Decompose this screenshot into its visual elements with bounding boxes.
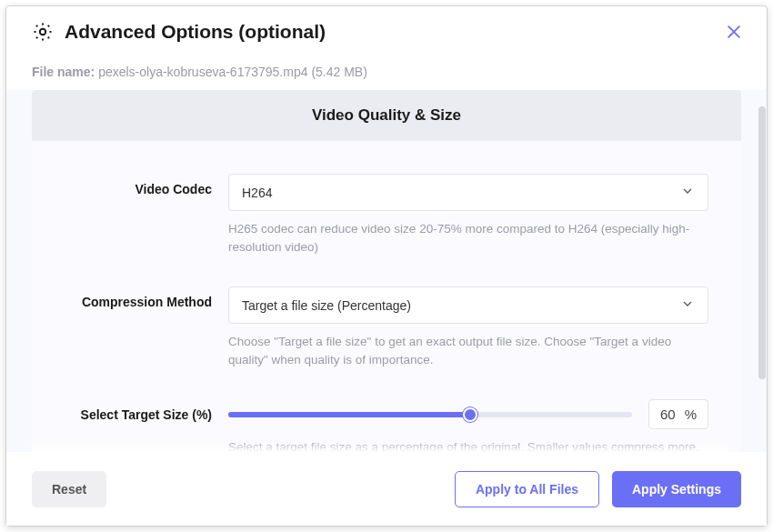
file-name-value: pexels-olya-kobruseva-6173795.mp4 (5.42 … xyxy=(98,65,367,79)
compression-method-help: Choose "Target a file size" to get an ex… xyxy=(228,333,708,368)
target-size-slider[interactable] xyxy=(228,406,632,424)
video-codec-select[interactable]: H264 xyxy=(228,174,708,211)
file-name-line: File name: pexels-olya-kobruseva-6173795… xyxy=(6,48,767,90)
compression-method-row: Compression Method Target a file size (P… xyxy=(65,286,708,368)
apply-settings-button[interactable]: Apply Settings xyxy=(612,471,741,507)
chevron-down-icon xyxy=(680,296,695,314)
gear-icon xyxy=(32,21,54,43)
reset-button[interactable]: Reset xyxy=(32,471,106,507)
target-size-value: 60 xyxy=(660,407,676,422)
video-codec-row: Video Codec H264 H265 codec can reduce v… xyxy=(65,174,708,256)
compression-method-select[interactable]: Target a file size (Percentage) xyxy=(228,286,708,324)
target-size-label: Select Target Size (%) xyxy=(65,399,228,422)
modal-header: Advanced Options (optional) xyxy=(6,6,767,48)
apply-all-button[interactable]: Apply to All Files xyxy=(455,471,599,507)
advanced-options-modal: Advanced Options (optional) File name: p… xyxy=(5,5,768,527)
video-codec-help: H265 codec can reduce video size 20-75% … xyxy=(228,220,708,256)
slider-thumb[interactable] xyxy=(463,407,477,422)
modal-footer: Reset Apply to All Files Apply Settings xyxy=(6,452,767,526)
video-codec-label: Video Codec xyxy=(65,174,228,196)
compression-method-label: Compression Method xyxy=(65,286,228,309)
svg-point-0 xyxy=(40,29,45,35)
target-size-input[interactable]: 60 % xyxy=(648,399,708,429)
video-codec-value: H264 xyxy=(242,186,272,200)
close-icon[interactable] xyxy=(723,21,745,43)
file-name-label: File name: xyxy=(32,65,95,79)
section-title: Video Quality & Size xyxy=(32,90,741,141)
chevron-down-icon xyxy=(680,184,695,201)
scrollbar[interactable] xyxy=(758,106,766,379)
section-card: Video Quality & Size Video Codec H264 H2… xyxy=(32,90,741,452)
target-size-unit: % xyxy=(685,407,697,422)
compression-method-value: Target a file size (Percentage) xyxy=(242,298,411,313)
settings-scroll-area: Video Quality & Size Video Codec H264 H2… xyxy=(6,90,767,452)
modal-title: Advanced Options (optional) xyxy=(65,21,326,43)
